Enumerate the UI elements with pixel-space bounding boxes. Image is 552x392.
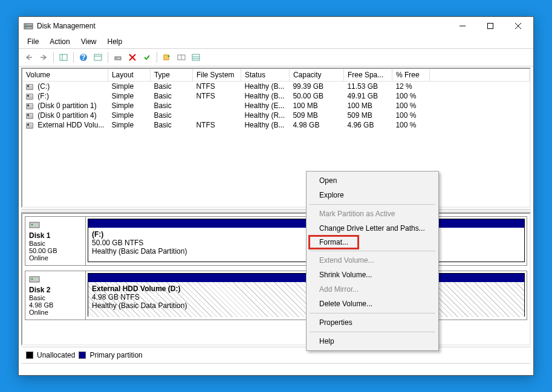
menu-file[interactable]: File <box>22 36 44 47</box>
drive-icon <box>26 113 33 119</box>
svg-point-25 <box>31 224 33 226</box>
disk-info[interactable]: Disk 2Basic4.98 GBOnline <box>25 271 86 320</box>
volume-row[interactable]: External HDD Volu...SimpleBasicNTFSHealt… <box>22 120 530 130</box>
maximize-button[interactable] <box>476 17 504 35</box>
window-title: Disk Management <box>37 22 449 30</box>
delete-button[interactable] <box>126 51 139 64</box>
svg-rect-12 <box>94 54 102 60</box>
properties-button[interactable] <box>111 51 125 64</box>
column-header[interactable]: Status <box>241 69 289 82</box>
drive-icon <box>26 123 33 129</box>
disk-icon <box>29 275 40 283</box>
volume-row[interactable]: (C:)SimpleBasicNTFSHealthy (B...99.39 GB… <box>22 82 530 92</box>
svg-point-15 <box>116 57 117 59</box>
column-header[interactable]: Layout <box>108 69 150 82</box>
svg-rect-14 <box>115 57 121 60</box>
apply-button[interactable] <box>140 51 154 64</box>
menu-item-help[interactable]: Help <box>308 334 437 349</box>
show-hide-tree-button[interactable] <box>57 51 70 64</box>
svg-rect-8 <box>60 54 67 60</box>
menu-item-delete-volume[interactable]: Delete Volume... <box>308 297 437 311</box>
menu-item-mark-partition-as-active: Mark Partition as Active <box>308 207 437 221</box>
menu-item-explore[interactable]: Explore <box>308 188 437 202</box>
disk-size: 50.00 GB <box>29 247 82 254</box>
unallocated-swatch <box>26 352 33 359</box>
column-header[interactable]: Type <box>150 69 192 82</box>
volume-row[interactable]: (Disk 0 partition 1)SimpleBasicHealthy (… <box>22 101 530 111</box>
disk-state: Online <box>29 309 82 316</box>
column-header[interactable]: File System <box>192 69 241 82</box>
drive-icon <box>26 84 33 90</box>
disk-size: 4.98 GB <box>29 301 82 309</box>
disk-type: Basic <box>29 240 82 247</box>
menu-item-open[interactable]: Open <box>308 173 437 188</box>
refresh-button[interactable] <box>175 51 188 64</box>
disk-graphical-view[interactable]: Disk 1Basic50.00 GBOnline(F:)50.00 GB NT… <box>21 213 531 345</box>
disk-row: Disk 1Basic50.00 GBOnline(F:)50.00 GB NT… <box>25 216 527 266</box>
disk-row: Disk 2Basic4.98 GBOnlineExternal HDD Vol… <box>25 271 527 320</box>
volume-list[interactable]: VolumeLayoutTypeFile SystemStatusCapacit… <box>21 68 531 208</box>
menu-item-change-drive-letter-and-paths[interactable]: Change Drive Letter and Paths... <box>308 221 437 236</box>
disk-state: Online <box>29 254 82 262</box>
disk-name: Disk 2 <box>29 286 82 294</box>
svg-rect-18 <box>164 55 169 60</box>
menu-action[interactable]: Action <box>45 36 74 47</box>
settings-icon[interactable] <box>91 51 105 64</box>
forward-button[interactable] <box>37 51 50 64</box>
list-view-button[interactable] <box>189 51 203 64</box>
menu-item-extend-volume: Extend Volume... <box>308 253 437 268</box>
statusbar <box>21 363 531 374</box>
menu-item-format[interactable]: Format... <box>308 236 437 249</box>
svg-point-27 <box>31 278 33 280</box>
menu-item-add-mirror: Add Mirror... <box>308 282 437 297</box>
legend: Unallocated Primary partition <box>21 347 531 363</box>
svg-point-3 <box>25 27 27 28</box>
menu-view[interactable]: View <box>76 36 102 47</box>
disk-type: Basic <box>29 294 82 301</box>
app-icon <box>24 21 33 31</box>
svg-point-2 <box>25 24 27 25</box>
close-button[interactable] <box>504 17 532 35</box>
svg-rect-24 <box>30 222 39 228</box>
legend-primary: Primary partition <box>89 351 142 359</box>
drive-icon <box>26 94 33 100</box>
titlebar[interactable]: Disk Management <box>19 17 533 35</box>
column-header[interactable]: Volume <box>22 69 108 82</box>
context-menu: OpenExploreMark Partition as ActiveChang… <box>306 171 439 351</box>
svg-rect-5 <box>488 24 493 29</box>
toolbar: ? <box>19 49 533 66</box>
svg-text:?: ? <box>81 53 85 62</box>
column-header[interactable]: % Free <box>392 69 429 82</box>
help-button[interactable]: ? <box>77 51 90 64</box>
disk-management-window: Disk Management File Action View Help ? … <box>18 16 534 376</box>
svg-rect-21 <box>192 54 200 60</box>
disk-name: Disk 1 <box>29 231 82 240</box>
menu-item-properties[interactable]: Properties <box>308 315 437 330</box>
menu-item-shrink-volume[interactable]: Shrink Volume... <box>308 268 437 282</box>
disk-icon <box>29 220 40 229</box>
menu-help[interactable]: Help <box>103 36 128 47</box>
drive-icon <box>26 103 33 109</box>
svg-rect-26 <box>30 277 39 282</box>
primary-swatch <box>79 352 86 359</box>
action-button[interactable] <box>160 51 174 64</box>
minimize-button[interactable] <box>449 17 476 35</box>
column-header[interactable]: Free Spa... <box>343 69 392 82</box>
back-button[interactable] <box>22 51 36 64</box>
legend-unallocated: Unallocated <box>37 351 75 359</box>
volume-row[interactable]: (Disk 0 partition 4)SimpleBasicHealthy (… <box>22 111 530 120</box>
column-header[interactable]: Capacity <box>289 69 343 82</box>
menubar: File Action View Help <box>19 35 533 49</box>
disk-info[interactable]: Disk 1Basic50.00 GBOnline <box>25 217 86 265</box>
volume-row[interactable]: (F:)SimpleBasicNTFSHealthy (B...50.00 GB… <box>22 91 530 101</box>
